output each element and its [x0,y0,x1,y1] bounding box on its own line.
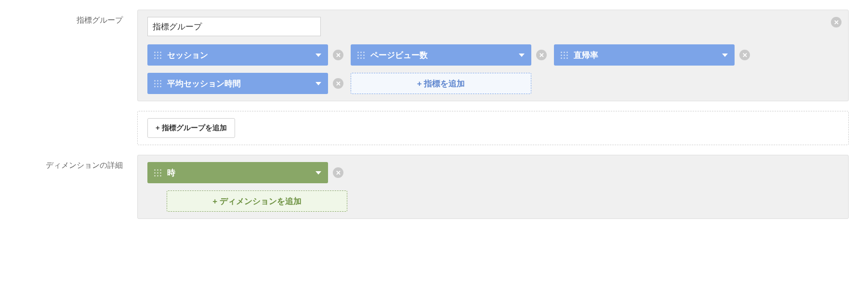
add-metric-group-button[interactable]: + 指標グループを追加 [147,118,235,138]
remove-metric-button[interactable]: ✕ [739,50,750,60]
dimension-label: 時 [167,167,316,178]
chevron-down-icon [316,54,321,57]
dimension-section-label: ディメンションの詳細 [19,155,137,219]
metric-group-section-label: 指標グループ [19,10,137,145]
metric-label: 平均セッション時間 [167,78,316,89]
metric-group-section: 指標グループ ✕ セッション [19,10,849,145]
metric-item: セッション ✕ [147,44,343,66]
add-metric-group-panel: + 指標グループを追加 [137,111,849,145]
metric-item: ページビュー数 ✕ [351,44,547,66]
chevron-down-icon [519,54,525,57]
close-icon: ✕ [539,52,544,58]
dimension-body: 時 ✕ + ディメンションを追加 [137,155,849,219]
dimension-section: ディメンションの詳細 時 ✕ + ディメンションを追加 [19,155,849,219]
metric-group-body: ✕ セッション ✕ [137,10,849,145]
metric-chip[interactable]: ページビュー数 [351,44,531,66]
drag-handle-icon[interactable] [561,52,568,59]
metric-label: ページビュー数 [370,50,519,61]
remove-metric-button[interactable]: ✕ [333,50,343,60]
dimension-item: 時 ✕ [147,162,839,183]
remove-metric-group-button[interactable]: ✕ [831,17,842,27]
metric-item: 平均セッション時間 ✕ [147,73,343,94]
remove-dimension-button[interactable]: ✕ [333,167,343,178]
close-icon: ✕ [742,52,748,58]
drag-handle-icon[interactable] [154,80,161,87]
metric-label: セッション [167,50,316,61]
metric-chip[interactable]: 直帰率 [554,44,735,66]
chevron-down-icon [316,171,321,175]
metrics-grid: セッション ✕ ページビュー数 [147,44,839,94]
close-icon: ✕ [336,81,341,87]
dimension-panel: 時 ✕ + ディメンションを追加 [137,155,849,219]
chevron-down-icon [722,54,728,57]
remove-metric-button[interactable]: ✕ [536,50,547,60]
close-icon: ✕ [336,170,341,176]
metric-chip[interactable]: セッション [147,44,328,66]
chevron-down-icon [316,82,321,85]
remove-metric-button[interactable]: ✕ [333,78,343,89]
close-icon: ✕ [336,52,341,58]
close-icon: ✕ [834,19,839,26]
metric-item: 直帰率 ✕ [554,44,750,66]
metric-chip[interactable]: 平均セッション時間 [147,73,328,94]
add-dimension-wrap: + ディメンションを追加 [167,190,839,212]
add-metric-wrap: + 指標を追加 [351,73,531,94]
metric-group-name-input[interactable] [147,17,321,36]
metric-label: 直帰率 [574,50,722,61]
drag-handle-icon[interactable] [154,169,161,176]
drag-handle-icon[interactable] [357,52,365,59]
metric-group-panel: ✕ セッション ✕ [137,10,849,101]
dimension-chip[interactable]: 時 [147,162,328,183]
drag-handle-icon[interactable] [154,52,161,59]
add-metric-button[interactable]: + 指標を追加 [351,73,531,94]
add-dimension-button[interactable]: + ディメンションを追加 [167,190,347,212]
